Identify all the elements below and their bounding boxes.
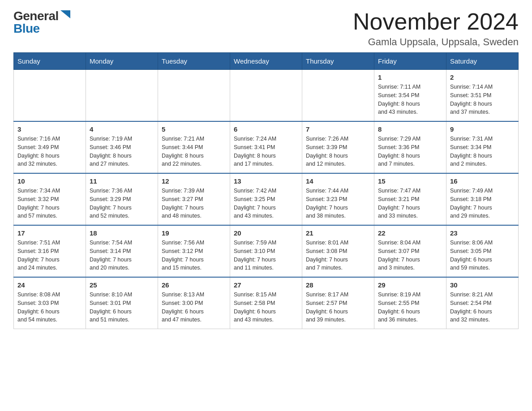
day-number: 8 — [378, 125, 442, 133]
table-row — [230, 70, 302, 122]
table-row: 8Sunrise: 7:29 AM Sunset: 3:36 PM Daylig… — [374, 121, 446, 173]
day-number: 27 — [234, 281, 298, 289]
day-number: 1 — [378, 73, 442, 81]
day-info: Sunrise: 8:15 AM Sunset: 2:58 PM Dayligh… — [234, 291, 298, 324]
page-header: General Blue November 2024 Gamla Uppsala… — [13, 9, 519, 48]
day-number: 17 — [17, 229, 82, 237]
day-info: Sunrise: 7:39 AM Sunset: 3:27 PM Dayligh… — [162, 187, 226, 220]
day-info: Sunrise: 7:47 AM Sunset: 3:21 PM Dayligh… — [378, 187, 442, 220]
table-row: 28Sunrise: 8:17 AM Sunset: 2:57 PM Dayli… — [302, 277, 374, 329]
table-row: 30Sunrise: 8:21 AM Sunset: 2:54 PM Dayli… — [446, 277, 519, 329]
day-number: 14 — [306, 177, 370, 185]
table-row: 14Sunrise: 7:44 AM Sunset: 3:23 PM Dayli… — [302, 173, 374, 225]
day-number: 20 — [234, 229, 298, 237]
day-info: Sunrise: 8:10 AM Sunset: 3:01 PM Dayligh… — [90, 291, 154, 324]
day-number: 5 — [162, 125, 226, 133]
table-row — [14, 70, 86, 122]
day-number: 9 — [450, 125, 515, 133]
day-info: Sunrise: 8:04 AM Sunset: 3:07 PM Dayligh… — [378, 239, 442, 272]
table-row: 17Sunrise: 7:51 AM Sunset: 3:16 PM Dayli… — [14, 225, 86, 277]
day-info: Sunrise: 7:16 AM Sunset: 3:49 PM Dayligh… — [17, 135, 82, 168]
table-row: 23Sunrise: 8:06 AM Sunset: 3:05 PM Dayli… — [446, 225, 519, 277]
day-info: Sunrise: 7:26 AM Sunset: 3:39 PM Dayligh… — [306, 135, 370, 168]
col-tuesday: Tuesday — [158, 53, 230, 70]
table-row: 4Sunrise: 7:19 AM Sunset: 3:46 PM Daylig… — [86, 121, 158, 173]
calendar-week-row: 1Sunrise: 7:11 AM Sunset: 3:54 PM Daylig… — [14, 70, 519, 122]
day-number: 12 — [162, 177, 226, 185]
day-info: Sunrise: 7:19 AM Sunset: 3:46 PM Dayligh… — [90, 135, 154, 168]
day-number: 6 — [234, 125, 298, 133]
day-info: Sunrise: 7:59 AM Sunset: 3:10 PM Dayligh… — [234, 239, 298, 272]
day-number: 10 — [17, 177, 82, 185]
table-row — [302, 70, 374, 122]
day-number: 3 — [17, 125, 82, 133]
col-monday: Monday — [86, 53, 158, 70]
day-info: Sunrise: 7:49 AM Sunset: 3:18 PM Dayligh… — [450, 187, 515, 220]
day-info: Sunrise: 7:14 AM Sunset: 3:51 PM Dayligh… — [450, 83, 515, 116]
day-number: 22 — [378, 229, 442, 237]
day-info: Sunrise: 7:54 AM Sunset: 3:14 PM Dayligh… — [90, 239, 154, 272]
table-row: 25Sunrise: 8:10 AM Sunset: 3:01 PM Dayli… — [86, 277, 158, 329]
table-row: 7Sunrise: 7:26 AM Sunset: 3:39 PM Daylig… — [302, 121, 374, 173]
table-row: 1Sunrise: 7:11 AM Sunset: 3:54 PM Daylig… — [374, 70, 446, 122]
day-number: 25 — [90, 281, 154, 289]
day-info: Sunrise: 7:31 AM Sunset: 3:34 PM Dayligh… — [450, 135, 515, 168]
table-row: 2Sunrise: 7:14 AM Sunset: 3:51 PM Daylig… — [446, 70, 519, 122]
table-row: 11Sunrise: 7:36 AM Sunset: 3:29 PM Dayli… — [86, 173, 158, 225]
calendar-week-row: 3Sunrise: 7:16 AM Sunset: 3:49 PM Daylig… — [14, 121, 519, 173]
day-number: 18 — [90, 229, 154, 237]
table-row: 21Sunrise: 8:01 AM Sunset: 3:08 PM Dayli… — [302, 225, 374, 277]
table-row: 5Sunrise: 7:21 AM Sunset: 3:44 PM Daylig… — [158, 121, 230, 173]
table-row: 6Sunrise: 7:24 AM Sunset: 3:41 PM Daylig… — [230, 121, 302, 173]
table-row: 29Sunrise: 8:19 AM Sunset: 2:55 PM Dayli… — [374, 277, 446, 329]
day-info: Sunrise: 8:13 AM Sunset: 3:00 PM Dayligh… — [162, 291, 226, 324]
day-number: 24 — [17, 281, 82, 289]
day-info: Sunrise: 8:21 AM Sunset: 2:54 PM Dayligh… — [450, 291, 515, 324]
col-friday: Friday — [374, 53, 446, 70]
day-number: 29 — [378, 281, 442, 289]
calendar-week-row: 24Sunrise: 8:08 AM Sunset: 3:03 PM Dayli… — [14, 277, 519, 329]
calendar-table: Sunday Monday Tuesday Wednesday Thursday… — [13, 52, 519, 329]
calendar-week-row: 17Sunrise: 7:51 AM Sunset: 3:16 PM Dayli… — [14, 225, 519, 277]
day-number: 2 — [450, 73, 515, 81]
day-info: Sunrise: 8:17 AM Sunset: 2:57 PM Dayligh… — [306, 291, 370, 324]
day-number: 28 — [306, 281, 370, 289]
day-info: Sunrise: 8:01 AM Sunset: 3:08 PM Dayligh… — [306, 239, 370, 272]
col-sunday: Sunday — [14, 53, 86, 70]
col-wednesday: Wednesday — [230, 53, 302, 70]
svg-marker-0 — [60, 10, 70, 18]
day-info: Sunrise: 8:19 AM Sunset: 2:55 PM Dayligh… — [378, 291, 442, 324]
table-row: 16Sunrise: 7:49 AM Sunset: 3:18 PM Dayli… — [446, 173, 519, 225]
logo-blue-text: Blue — [13, 21, 40, 36]
table-row: 3Sunrise: 7:16 AM Sunset: 3:49 PM Daylig… — [14, 121, 86, 173]
table-row — [158, 70, 230, 122]
table-row: 18Sunrise: 7:54 AM Sunset: 3:14 PM Dayli… — [86, 225, 158, 277]
col-saturday: Saturday — [446, 53, 519, 70]
table-row: 22Sunrise: 8:04 AM Sunset: 3:07 PM Dayli… — [374, 225, 446, 277]
day-info: Sunrise: 7:51 AM Sunset: 3:16 PM Dayligh… — [17, 239, 82, 272]
table-row: 10Sunrise: 7:34 AM Sunset: 3:32 PM Dayli… — [14, 173, 86, 225]
title-section: November 2024 Gamla Uppsala, Uppsala, Sw… — [353, 9, 519, 48]
day-number: 19 — [162, 229, 226, 237]
day-info: Sunrise: 7:11 AM Sunset: 3:54 PM Dayligh… — [378, 83, 442, 116]
day-info: Sunrise: 7:29 AM Sunset: 3:36 PM Dayligh… — [378, 135, 442, 168]
table-row: 20Sunrise: 7:59 AM Sunset: 3:10 PM Dayli… — [230, 225, 302, 277]
table-row: 24Sunrise: 8:08 AM Sunset: 3:03 PM Dayli… — [14, 277, 86, 329]
calendar-week-row: 10Sunrise: 7:34 AM Sunset: 3:32 PM Dayli… — [14, 173, 519, 225]
day-number: 30 — [450, 281, 515, 289]
day-info: Sunrise: 7:34 AM Sunset: 3:32 PM Dayligh… — [17, 187, 82, 220]
table-row: 12Sunrise: 7:39 AM Sunset: 3:27 PM Dayli… — [158, 173, 230, 225]
day-number: 23 — [450, 229, 515, 237]
day-number: 4 — [90, 125, 154, 133]
calendar-header-row: Sunday Monday Tuesday Wednesday Thursday… — [14, 53, 519, 70]
table-row: 19Sunrise: 7:56 AM Sunset: 3:12 PM Dayli… — [158, 225, 230, 277]
day-info: Sunrise: 7:36 AM Sunset: 3:29 PM Dayligh… — [90, 187, 154, 220]
day-info: Sunrise: 7:44 AM Sunset: 3:23 PM Dayligh… — [306, 187, 370, 220]
table-row: 9Sunrise: 7:31 AM Sunset: 3:34 PM Daylig… — [446, 121, 519, 173]
day-info: Sunrise: 7:56 AM Sunset: 3:12 PM Dayligh… — [162, 239, 226, 272]
month-title: November 2024 — [353, 9, 519, 34]
location-text: Gamla Uppsala, Uppsala, Sweden — [353, 36, 519, 48]
day-info: Sunrise: 7:21 AM Sunset: 3:44 PM Dayligh… — [162, 135, 226, 168]
day-number: 7 — [306, 125, 370, 133]
table-row: 13Sunrise: 7:42 AM Sunset: 3:25 PM Dayli… — [230, 173, 302, 225]
